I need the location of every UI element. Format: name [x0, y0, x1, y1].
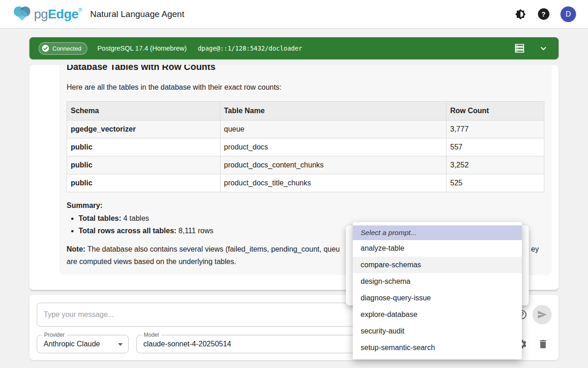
cell-row-count: 3,777: [447, 121, 544, 138]
list-item: Total tables: 4 tables: [79, 213, 544, 223]
help-question-glyph: ?: [538, 8, 549, 20]
model-label: Model: [141, 332, 161, 338]
menu-item-analyze-table[interactable]: analyze-table: [353, 240, 522, 257]
column-header-table-name: Table Name: [220, 102, 446, 121]
check-circle-icon: [41, 44, 50, 52]
provider-label: Provider: [42, 332, 67, 338]
table-row: public product_docs 557: [67, 138, 544, 156]
database-list-icon[interactable]: [514, 42, 526, 54]
note-fragment: ey: [531, 243, 539, 255]
cell-schema: public: [67, 174, 220, 192]
menu-item-diagnose-query-issue[interactable]: diagnose-query-issue: [353, 290, 522, 306]
server-version: PostgreSQL 17.4 (Homebrew): [97, 45, 187, 52]
connection-string: dpage@::1/128:5432/docloader: [198, 45, 302, 52]
select-arrow-icon: [118, 343, 123, 346]
send-icon: [537, 310, 547, 320]
trash-icon[interactable]: [537, 339, 548, 350]
cell-table-name: product_docs_content_chunks: [220, 156, 446, 174]
table-row: public product_docs_title_chunks 525: [67, 174, 544, 192]
menu-item-setup-semantic-search[interactable]: setup-semantic-search: [353, 339, 522, 356]
pgedge-heart-icon: [12, 5, 32, 23]
help-icon[interactable]: ?: [537, 8, 549, 20]
message-intro: Here are all the tables in the database …: [67, 82, 544, 92]
message-heading: Database Tables with Row Counts: [67, 65, 544, 73]
provider-select[interactable]: Provider Anthropic Claude: [37, 335, 129, 353]
cell-table-name: product_docs: [220, 138, 446, 156]
cell-table-name: queue: [220, 121, 446, 138]
pgedge-logo: pgEdge®: [12, 5, 82, 23]
table-row: pgedge_vectorizer queue 3,777: [67, 121, 544, 138]
cell-row-count: 3,252: [447, 156, 544, 174]
menu-item-placeholder[interactable]: Select a prompt...: [353, 225, 522, 240]
table-header-row: Schema Table Name Row Count: [67, 102, 544, 121]
cell-schema: public: [67, 156, 220, 174]
cell-row-count: 525: [447, 174, 544, 192]
prompt-dropdown-menu: Select a prompt... analyze-table compare…: [353, 222, 522, 359]
avatar[interactable]: D: [560, 6, 576, 22]
cell-row-count: 557: [447, 138, 544, 156]
column-header-row-count: Row Count: [447, 102, 544, 121]
avatar-initial: D: [565, 10, 571, 18]
connection-status-badge: Connected: [39, 42, 87, 55]
table-row: public product_docs_content_chunks 3,252: [67, 156, 544, 174]
cell-schema: pgedge_vectorizer: [67, 121, 220, 138]
row-counts-table: Schema Table Name Row Count pgedge_vecto…: [67, 101, 544, 192]
connection-bar: Connected PostgreSQL 17.4 (Homebrew) dpa…: [29, 37, 559, 59]
menu-item-design-schema[interactable]: design-schema: [353, 273, 522, 290]
menu-item-compare-schemas[interactable]: compare-schemas: [353, 257, 522, 273]
cell-table-name: product_docs_title_chunks: [220, 174, 446, 192]
column-header-schema: Schema: [67, 102, 220, 121]
dark-mode-toggle-icon[interactable]: [514, 8, 526, 20]
menu-item-explore-database[interactable]: explore-database: [353, 306, 522, 323]
page-title: Natural Language Agent: [90, 9, 184, 19]
send-button[interactable]: [532, 305, 552, 324]
connection-status-label: Connected: [52, 45, 81, 52]
menu-item-security-audit[interactable]: security-audit: [353, 323, 522, 339]
chevron-down-icon[interactable]: [537, 42, 549, 54]
summary-label: Summary:: [67, 201, 544, 210]
app-header: pgEdge® Natural Language Agent ? D: [0, 0, 588, 29]
logo-text: pgEdge®: [34, 7, 82, 22]
cell-schema: public: [67, 138, 220, 156]
